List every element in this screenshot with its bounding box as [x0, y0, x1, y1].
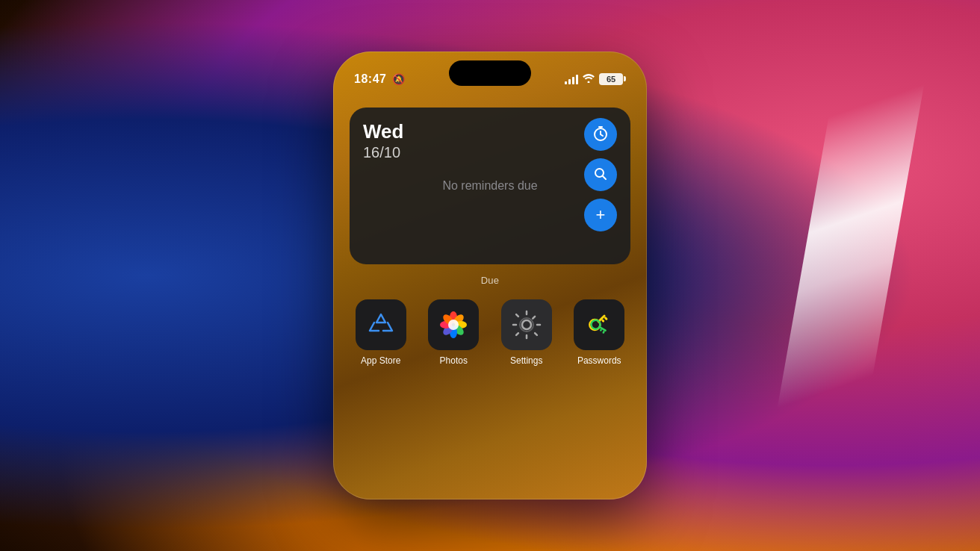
battery-indicator: 65	[599, 73, 626, 85]
timer-icon	[592, 125, 609, 144]
search-button[interactable]	[584, 158, 617, 191]
passwords-item[interactable]: Passwords	[568, 299, 631, 366]
photos-item[interactable]: Photos	[423, 299, 486, 366]
phone-screen: 18:47 🔕	[333, 52, 647, 499]
signal-bar-2	[568, 79, 571, 84]
status-left: 18:47 🔕	[354, 72, 405, 86]
app-store-icon	[356, 299, 406, 350]
settings-item[interactable]: Settings	[495, 299, 558, 366]
settings-label: Settings	[510, 355, 542, 366]
signal-bar-3	[572, 77, 574, 84]
bell-icon: 🔕	[392, 73, 405, 85]
apps-row: App Store	[333, 286, 647, 366]
app-store-item[interactable]: App Store	[350, 299, 412, 366]
status-right: 65	[565, 73, 626, 85]
app-store-label: App Store	[361, 355, 400, 366]
phone-container: 18:47 🔕	[311, 22, 669, 529]
widget-buttons: +	[584, 118, 617, 231]
passwords-label: Passwords	[577, 355, 621, 366]
dynamic-island	[449, 60, 531, 86]
battery-tip-icon	[624, 76, 626, 81]
search-icon	[593, 166, 608, 184]
signal-bar-1	[565, 81, 567, 84]
widget-area: Wed 16/10 No reminders due	[350, 108, 630, 264]
add-reminder-button[interactable]: +	[584, 199, 617, 231]
photos-label: Photos	[440, 355, 468, 366]
widget-app-label: Due	[333, 275, 647, 286]
passwords-icon	[574, 299, 624, 350]
svg-point-11	[522, 320, 531, 329]
signal-bar-4	[576, 75, 578, 84]
widget-day: Wed	[363, 121, 617, 143]
widget-date: 16/10	[363, 144, 617, 161]
reminders-widget[interactable]: Wed 16/10 No reminders due	[350, 108, 630, 264]
settings-icon	[501, 299, 552, 350]
timer-button[interactable]	[584, 118, 617, 151]
wifi-icon	[583, 73, 595, 85]
svg-point-10	[448, 320, 459, 330]
photos-icon	[428, 299, 479, 350]
widget-empty-text: No reminders due	[442, 179, 537, 193]
signal-bars-icon	[565, 74, 578, 84]
plus-icon: +	[596, 207, 606, 223]
status-time: 18:47	[354, 72, 386, 86]
battery-level: 65	[599, 73, 623, 85]
